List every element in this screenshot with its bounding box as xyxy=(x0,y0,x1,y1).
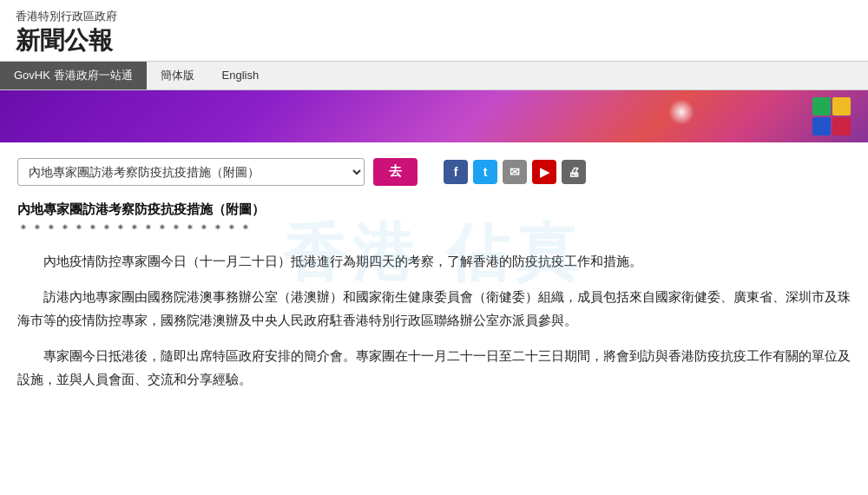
banner-box-cell-3 xyxy=(812,117,831,135)
article-paragraph-2: 訪港內地專家團由國務院港澳事務辦公室（港澳辦）和國家衛生健康委員會（衛健委）組織… xyxy=(17,285,851,332)
print-icon[interactable]: 🖨 xyxy=(562,160,586,184)
go-button[interactable]: 去 xyxy=(373,158,418,186)
mail-icon[interactable]: ✉ xyxy=(503,160,527,184)
header-subtitle: 香港特別行政區政府 xyxy=(16,9,852,24)
main-content: 香港 佔真 內地專家團訪港考察防疫抗疫措施（附圖） 去 f t ✉ ▶ 🖨 內地… xyxy=(0,142,868,420)
article-title: 內地專家團訪港考察防疫抗疫措施（附圖） xyxy=(17,201,851,218)
social-icons: f t ✉ ▶ 🖨 xyxy=(444,160,586,184)
header: 香港特別行政區政府 新聞公報 xyxy=(0,0,868,61)
banner-box-cell-2 xyxy=(832,97,851,116)
header-title: 新聞公報 xyxy=(16,26,852,56)
article-paragraph-1: 內地疫情防控專家團今日（十一月二十日）抵港進行為期四天的考察，了解香港的防疫抗疫… xyxy=(17,249,851,273)
article-body: 內地疫情防控專家團今日（十一月二十日）抵港進行為期四天的考察，了解香港的防疫抗疫… xyxy=(17,249,851,391)
banner-box xyxy=(812,97,851,135)
article-stars: ＊＊＊＊＊＊＊＊＊＊＊＊＊＊＊＊＊ xyxy=(17,221,851,237)
banner-sparkle xyxy=(668,99,694,125)
youtube-icon[interactable]: ▶ xyxy=(532,160,556,184)
nav-english-link[interactable]: English xyxy=(208,62,273,89)
nav-govhk-link[interactable]: GovHK 香港政府一站通 xyxy=(0,62,147,89)
facebook-icon[interactable]: f xyxy=(444,160,468,184)
article-paragraph-3: 專家團今日抵港後，隨即出席特區政府安排的簡介會。專家團在十一月二十一日至二十三日… xyxy=(17,344,851,391)
article-select[interactable]: 內地專家團訪港考察防疫抗疫措施（附圖） xyxy=(17,158,365,186)
banner-box-cell-4 xyxy=(832,117,851,135)
twitter-icon[interactable]: t xyxy=(473,160,497,184)
banner-box-cell-1 xyxy=(812,97,831,116)
nav-bar: GovHK 香港政府一站通 簡体版 English xyxy=(0,61,868,90)
nav-simplified-link[interactable]: 簡体版 xyxy=(147,62,208,89)
select-row: 內地專家團訪港考察防疫抗疫措施（附圖） 去 f t ✉ ▶ 🖨 xyxy=(17,158,851,186)
banner xyxy=(0,90,868,142)
